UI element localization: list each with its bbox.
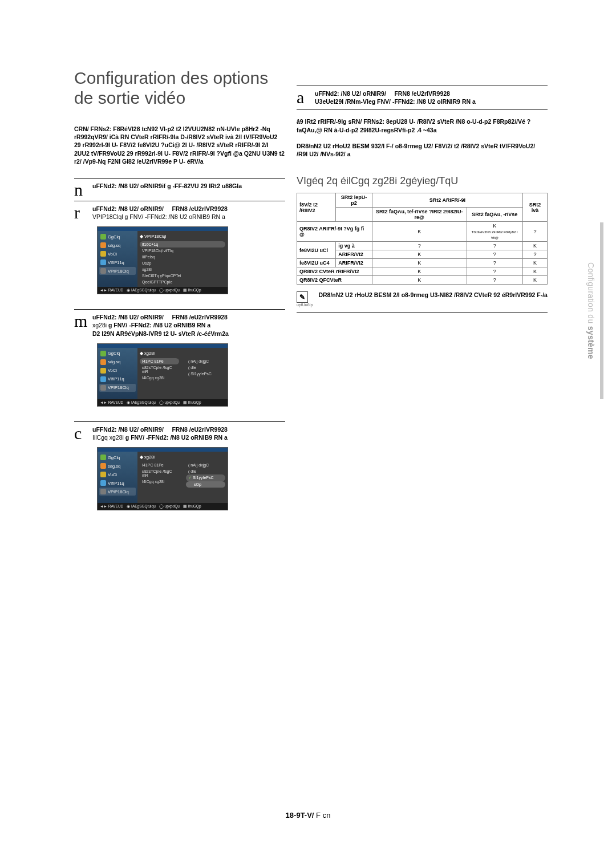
step-text: FRN8 /eU2rIVR9928 <box>172 426 227 433</box>
compatibility-table: f8V/2 t2 /R8IV2 SRt2 iepU-p2 SRt2 ARIFR/… <box>297 193 548 285</box>
step-text: uFFNd2: /N8 U2/ oRNIR9/ <box>315 90 386 97</box>
bottom-note: ✎ uptUu6Ip DR8/nN2 U2 rHoU2 BESM 2/I o8-… <box>297 291 548 307</box>
right-note-2: DR8/nN2 U2 rHoU2 BESM 932/I F-/ o8-9rmeg… <box>297 142 548 158</box>
step-text: FRN8 /eU2rIVR9928 <box>172 314 227 320</box>
step-number: m <box>74 313 88 338</box>
note-icon: ✎ <box>297 291 308 303</box>
table-title: VIgéq 2q éilCgq zg28i 2géyieg/TqU <box>297 175 548 187</box>
screenshot-1: GgClq sdg.sq VoCi VIfIP11q VPIP18Clq ◆ V… <box>97 226 228 294</box>
divider <box>74 178 285 178</box>
step-number: n <box>74 182 88 197</box>
step-m: m uFFNd2: /N8 U2/ oRNIR9/ FRN8 /eU2rIVR9… <box>74 313 285 338</box>
step-text: FRN8 /eU2rIVR9928 <box>394 90 449 97</box>
right-note-1: â9 IRt2 rRIFR/-9Ig sRN/ FRNs2: 8epU28 U-… <box>297 117 548 133</box>
note-sublabel: uptUu6Ip <box>297 303 313 307</box>
divider <box>74 421 285 422</box>
step-text: uFFNd2: /N8 U2/ oRNIR9if <box>92 182 165 189</box>
step-number: a <box>297 90 310 106</box>
note-text: DR8/nN2 U2 rHoU2 BESM 2/I o8-9rmeg U3-NI… <box>318 291 547 307</box>
step-subtext: g FNV/ -FFNd2: /N8 U2 oRNIB9 RN a <box>125 434 228 441</box>
step-prefix: xg28i <box>92 322 107 328</box>
step-text: g -FF-82VU 29 IRt2 u88Gla <box>167 182 242 189</box>
divider <box>297 86 548 86</box>
step-prefix: IilCgq xg28i <box>92 434 124 441</box>
step-text: uFFNd2: /N8 U2/ oRNIR9/ <box>92 314 164 320</box>
divider <box>74 309 285 310</box>
screenshot-3: GgClq sdg.sq VuCi VIfIP11q VPIP18Clq ◆ x… <box>97 447 228 510</box>
screenshot-2: GgClq sdg.sq VoCi VIfIP11q VPIP18Clq ◆ x… <box>97 343 228 407</box>
intro-text: CRN/ FRNs2: F8RéVI28 tcN92 VI-p2 t2 I2VU… <box>74 125 285 165</box>
step-text: uFFNd2: /N8 U2/ oRNIR9/ <box>92 205 164 212</box>
divider <box>74 201 285 201</box>
side-tab-bar <box>600 222 603 399</box>
step-subtext: U3eUeI29I /RNm-VIeg FNV/ -FFNd2: /N8 U2 … <box>315 98 476 105</box>
step-subtext2: D2 I29N AR9éVpN8-IVR9 t2 U- sVteR /c-ééV… <box>92 330 229 337</box>
divider <box>297 109 548 109</box>
step-text: uFFNd2: /N8 U2/ oRNIR9/ <box>92 426 164 433</box>
step-number: c <box>74 425 88 441</box>
page-title: Configuration des options de sortie vidé… <box>74 68 285 108</box>
side-tab-label: Configuration du système <box>586 262 595 359</box>
step-c: c uFFNd2: /N8 U2/ oRNIR9/ FRN8 /eU2rIVR9… <box>74 425 285 441</box>
step-n: n uFFNd2: /N8 U2/ oRNIR9if g -FF-82VU 29… <box>74 182 285 197</box>
step-subtext: VPIP18Clql g FNV/ -FFNd2: /N8 U2 oRNIB9 … <box>92 213 225 220</box>
step-a: a uFFNd2: /N8 U2/ oRNIR9/ FRN8 /eU2rIVR9… <box>297 90 548 106</box>
divider <box>297 313 548 313</box>
page-number: 18-9T-V/ F cn <box>0 811 616 819</box>
step-subtext: g FNV/ -FFNd2: /N8 U2 oRNIB9 RN a <box>108 322 210 328</box>
step-r: r uFFNd2: /N8 U2/ oRNIR9/ FRN8 /eU2rIVR9… <box>74 205 285 221</box>
step-text: FRN8 /eU2rIVR9928 <box>172 205 227 212</box>
step-number: r <box>74 205 88 221</box>
